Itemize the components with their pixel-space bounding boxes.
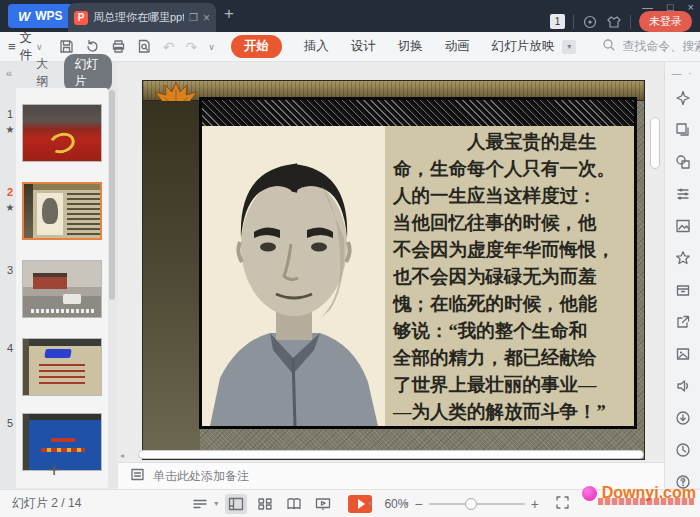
- new-tab-button[interactable]: +: [224, 4, 234, 24]
- photo-text-frame[interactable]: 人最宝贵的是生 命，生命每个人只有一次。 人的一生应当这样度过： 当他回忆往事的…: [199, 97, 637, 429]
- title-bar: W WPS P 周总理你在哪里ppt课件.ppt ❐ × + — □ × 1 未…: [0, 0, 700, 32]
- vertical-scrollbar-thumb[interactable]: [650, 117, 660, 169]
- share-export-icon[interactable]: [675, 314, 691, 330]
- scroll-left-arrow[interactable]: ◂: [120, 451, 124, 460]
- document-tab-title: 周总理你在哪里ppt课件.ppt: [93, 10, 184, 25]
- wps-home-button[interactable]: W WPS: [8, 4, 73, 28]
- zoom-caret-icon[interactable]: ▾: [404, 499, 408, 508]
- slide-thumbnail-2-selected[interactable]: [22, 182, 102, 240]
- ppt-file-icon: P: [74, 11, 88, 25]
- slide-sorter-view-button[interactable]: [254, 494, 276, 514]
- downyi-watermark: Downyi.com: [582, 484, 696, 502]
- tab-transition[interactable]: 切换: [398, 38, 423, 55]
- quote-text: 人最宝贵的是生 命，生命每个人只有一次。 人的一生应当这样度过： 当他回忆往事的…: [393, 129, 628, 426]
- tab-close-icon[interactable]: ×: [203, 12, 210, 24]
- rail-pin-icon[interactable]: — ·: [665, 68, 700, 79]
- history-version-icon[interactable]: [675, 442, 691, 458]
- view-switcher: ▾: [189, 494, 334, 514]
- slide-layout-icon[interactable]: [675, 122, 691, 138]
- float-window-icon[interactable]: ❐: [189, 12, 198, 23]
- animation-star-icon: ★: [2, 124, 18, 135]
- static-noise-banner: [202, 100, 634, 126]
- mini-text-lines: [39, 364, 85, 384]
- horizontal-scrollbar-thumb[interactable]: [138, 450, 644, 459]
- reading-view-button[interactable]: [283, 494, 305, 514]
- right-tool-rail: — · ∨: [664, 62, 700, 488]
- slide-thumbnail-4[interactable]: [22, 338, 102, 396]
- login-button[interactable]: 未登录: [639, 11, 692, 32]
- zoom-slider-thumb[interactable]: [465, 498, 477, 510]
- downyi-logo-icon: [582, 486, 597, 501]
- print-preview-icon[interactable]: [137, 39, 152, 54]
- theme-clothes-icon[interactable]: [606, 14, 622, 30]
- tab-slides[interactable]: 幻灯片: [64, 54, 112, 92]
- slide-number: 4: [2, 342, 18, 354]
- add-slide-button[interactable]: +: [0, 459, 108, 482]
- sidebar-scrollbar[interactable]: [109, 90, 115, 300]
- slide-panel-sidebar: « 大纲 幻灯片 1 ★ 2 ★ 3: [0, 62, 118, 488]
- doc-count-badge[interactable]: 1: [550, 14, 565, 29]
- search-icon: [602, 38, 616, 55]
- tab-home[interactable]: 开始: [231, 35, 282, 58]
- chevron-down-icon: ∨: [36, 42, 43, 52]
- tab-insert[interactable]: 插入: [304, 38, 329, 55]
- shapes-icon[interactable]: [675, 154, 691, 170]
- slideshow-dropdown-icon[interactable]: ▾: [562, 40, 576, 54]
- wps-label: WPS: [35, 9, 62, 23]
- downyi-sub-text: [598, 498, 694, 505]
- fit-to-window-icon[interactable]: [555, 495, 570, 513]
- hearse-car: [63, 294, 81, 304]
- slide-thumbnail-3[interactable]: [22, 260, 102, 318]
- skin-settings-icon[interactable]: [582, 14, 598, 30]
- zoom-slider[interactable]: [429, 503, 525, 505]
- command-search[interactable]: 查找命令、搜索模板: [602, 38, 700, 55]
- zoom-in-button[interactable]: +: [531, 496, 539, 512]
- slide-thumbnail-1[interactable]: [22, 104, 102, 162]
- notes-toggle-icon[interactable]: [189, 494, 211, 514]
- image-tools-icon[interactable]: [675, 346, 691, 362]
- audio-icon[interactable]: [675, 378, 691, 394]
- ribbon-tabs: 开始 插入 设计 切换 动画 幻灯片放映 ▾: [231, 35, 577, 58]
- rail-collapse-chevron-icon[interactable]: ∨: [665, 473, 700, 484]
- tab-animation[interactable]: 动画: [445, 38, 470, 55]
- download-center-icon[interactable]: [675, 410, 691, 426]
- notes-placeholder: 单击此处添加备注: [153, 468, 249, 485]
- play-options-caret-icon[interactable]: ▾: [368, 499, 372, 508]
- hamburger-icon: ≡: [8, 39, 16, 54]
- star-resource-icon[interactable]: [675, 250, 691, 266]
- quote-text-box[interactable]: 人最宝贵的是生 命，生命每个人只有一次。 人的一生应当这样度过： 当他回忆往事的…: [385, 126, 634, 426]
- slideshow-view-button[interactable]: [312, 494, 334, 514]
- toolbar-more-icon[interactable]: ∨: [208, 42, 215, 52]
- quick-access-toolbar: ↶ ↷ ∨: [51, 39, 223, 55]
- normal-view-button[interactable]: [225, 494, 247, 514]
- redo-icon[interactable]: ↷: [185, 39, 197, 55]
- ai-magic-icon[interactable]: [675, 90, 691, 106]
- current-slide[interactable]: 人最宝贵的是生 命，生命每个人只有一次。 人的一生应当这样度过： 当他回忆往事的…: [142, 80, 645, 460]
- save-icon[interactable]: [59, 39, 74, 54]
- output-icon[interactable]: [85, 39, 100, 54]
- design-gallery-icon[interactable]: [675, 218, 691, 234]
- search-placeholder: 查找命令、搜索模板: [622, 38, 700, 55]
- notes-toggle-caret-icon[interactable]: ▾: [214, 499, 218, 508]
- tab-design[interactable]: 设计: [351, 38, 376, 55]
- sidebar-header: « 大纲 幻灯片: [0, 62, 118, 84]
- print-icon[interactable]: [111, 39, 126, 54]
- material-box-icon[interactable]: [675, 282, 691, 298]
- tab-outline[interactable]: 大纲: [36, 56, 54, 90]
- slide-number: 1: [2, 108, 18, 120]
- horizontal-scrollbar[interactable]: ◂: [128, 450, 648, 459]
- tab-slideshow[interactable]: 幻灯片放映: [492, 38, 555, 55]
- document-tab[interactable]: P 周总理你在哪里ppt课件.ppt ❐ ×: [68, 3, 216, 32]
- object-properties-icon[interactable]: [675, 186, 691, 202]
- slide-number: 3: [2, 264, 18, 276]
- mini-text-line: [41, 448, 85, 452]
- zhou-enlai-portrait[interactable]: [202, 126, 385, 426]
- collapse-panel-icon[interactable]: «: [6, 67, 12, 79]
- mini-portrait: [37, 193, 63, 235]
- undo-icon[interactable]: ↶: [163, 39, 175, 55]
- mini-text-lines: [67, 193, 100, 235]
- slide-number: 2: [2, 186, 18, 198]
- zoom-out-button[interactable]: −: [414, 496, 422, 512]
- slide-left-border-band: [143, 101, 200, 459]
- slide-editing-canvas[interactable]: 人最宝贵的是生 命，生命每个人只有一次。 人的一生应当这样度过： 当他回忆往事的…: [118, 62, 664, 462]
